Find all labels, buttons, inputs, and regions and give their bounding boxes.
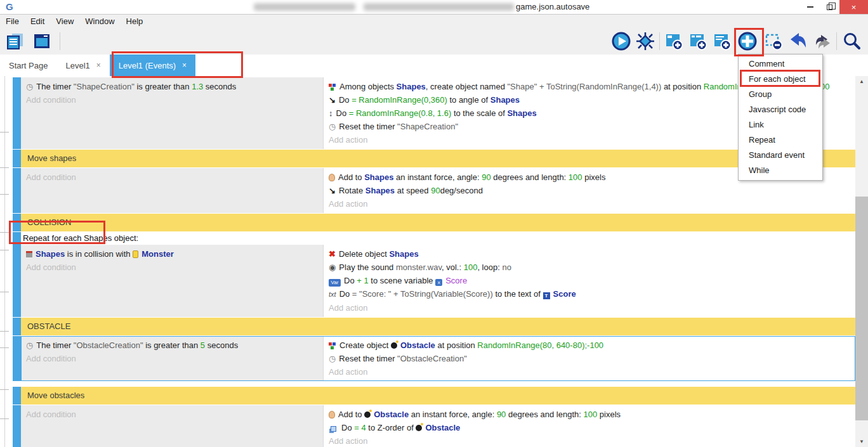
restore-button[interactable]	[820, 0, 839, 14]
scroll-up-arrow-icon[interactable]: ▲	[855, 76, 868, 87]
add-condition[interactable]: Add condition	[21, 408, 323, 421]
action-line[interactable]: Do = "Score: " + ToString(Variable(Score…	[324, 287, 855, 301]
tab-level1[interactable]: Level1×	[56, 55, 109, 76]
action-line[interactable]: Do + 1 to scene variable Score	[324, 274, 855, 287]
text-segment: seconds	[203, 82, 236, 91]
vertical-scrollbar[interactable]: ▲ ▼	[855, 76, 868, 447]
text-segment: to scene variable	[369, 276, 436, 285]
text-segment: Shapes	[397, 82, 426, 91]
event-block[interactable]: Add conditionAdd to Obstacle an instant …	[13, 405, 855, 447]
text-segment: = 4	[354, 423, 365, 432]
menu-item-comment[interactable]: Comment	[739, 56, 822, 72]
add-condition[interactable]: Add condition	[21, 352, 323, 365]
add-action[interactable]: Add action	[324, 301, 855, 314]
event-marker-bar	[13, 318, 21, 335]
action-line[interactable]: Reset the timer "ObstacleCreation"	[324, 352, 855, 365]
comment-row[interactable]: Move obstacles	[13, 387, 855, 405]
add-comment-button[interactable]	[712, 30, 732, 52]
add-condition[interactable]: Add condition	[21, 261, 323, 274]
text-segment: Delete object	[339, 249, 390, 259]
menu-view[interactable]: View	[50, 15, 79, 28]
deselect-event-button[interactable]	[763, 30, 784, 52]
condition-line[interactable]: Shapes is in collision with Monster	[21, 247, 323, 261]
cube-icon	[26, 251, 32, 257]
action-line[interactable]: Create object Obstacle at position Rando…	[324, 339, 855, 352]
event-row: Add conditionAdd to Obstacle an instant …	[21, 405, 855, 447]
add-sub-event-button[interactable]	[688, 30, 708, 52]
menu-help[interactable]: Help	[121, 15, 149, 28]
event-content: COLLISION	[21, 214, 855, 231]
minimize-button[interactable]	[801, 0, 820, 14]
event-block[interactable]: Add conditionAdd to Shapes an instant fo…	[13, 168, 855, 213]
undo-button[interactable]	[788, 30, 808, 52]
event-block[interactable]: The timer "ObstacleCreation" is greater …	[13, 336, 855, 381]
text-segment: Do	[344, 276, 357, 285]
condition-line[interactable]: The timer "ObstacleCreation" is greater …	[21, 339, 323, 352]
text-segment: "Shape" + ToString(RandomInRange(1,4))	[508, 82, 662, 91]
foreach-header[interactable]: Repeat for each Shapes object:	[21, 232, 855, 245]
menu-item-group[interactable]: Group	[739, 87, 822, 102]
action-line[interactable]: Add to Obstacle an instant force, angle:…	[324, 408, 855, 421]
scene-editor-icon	[32, 31, 52, 51]
menu-item-for-each-object[interactable]: For each object	[739, 72, 822, 87]
tab-label: Level1	[65, 61, 89, 70]
menu-item-standard-event[interactable]: Standard event	[739, 148, 822, 163]
menu-file[interactable]: File	[0, 15, 25, 28]
search-button[interactable]	[842, 30, 862, 52]
text-segment: Shapes	[365, 186, 395, 195]
deselect-event-icon	[763, 31, 784, 51]
menu-edit[interactable]: Edit	[25, 15, 50, 28]
add-event-context-menu: CommentFor each objectGroupJavascript co…	[738, 54, 823, 181]
sound-icon	[329, 261, 336, 274]
comment-row[interactable]: OBSTACLE	[13, 318, 855, 335]
add-special-event-button[interactable]	[737, 30, 758, 52]
redacted-title-text	[254, 3, 355, 11]
minimize-icon	[807, 6, 813, 8]
text-segment: to angle of	[447, 95, 490, 105]
scrollbar-thumb[interactable]	[855, 197, 868, 420]
add-comment-icon	[712, 31, 732, 51]
action-line[interactable]: Play the sound monster.wav, vol.: 100, l…	[324, 261, 855, 274]
tab-close-icon[interactable]: ×	[182, 61, 187, 70]
event-content: OBSTACLE	[21, 318, 855, 335]
events-sheet: The timer "ShapeCreation" is greater tha…	[0, 76, 855, 447]
add-condition[interactable]: Add condition	[21, 171, 323, 184]
menu-item-javascript-code[interactable]: Javascript code	[739, 102, 822, 117]
add-action[interactable]: Add action	[324, 197, 855, 211]
txt-icon	[329, 287, 336, 301]
tab-close-icon[interactable]: ×	[96, 61, 101, 70]
add-condition[interactable]: Add condition	[21, 93, 323, 107]
text-segment: "ObstacleCreation"	[74, 340, 143, 350]
event-row: Add conditionAdd to Shapes an instant fo…	[21, 168, 855, 213]
scroll-down-arrow-icon[interactable]: ▼	[855, 436, 868, 447]
close-button[interactable]: ×	[839, 0, 868, 14]
menu-item-link[interactable]: Link	[739, 117, 822, 133]
play-button[interactable]	[611, 30, 631, 52]
debug-button[interactable]	[635, 30, 655, 52]
project-manager-button[interactable]	[5, 30, 25, 52]
text-segment: 1.3	[192, 82, 203, 91]
action-line[interactable]: Delete object Shapes	[324, 247, 855, 261]
foreach-event-block[interactable]: Repeat for each Shapes object:Shapes is …	[13, 232, 855, 317]
event-block[interactable]: The timer "ShapeCreation" is greater tha…	[13, 77, 855, 149]
menu-item-repeat[interactable]: Repeat	[739, 133, 822, 148]
text-segment: "ShapeCreation"	[74, 82, 135, 91]
redacted-title-text	[364, 3, 514, 11]
add-standard-event-button[interactable]	[664, 30, 684, 52]
comment-row[interactable]: Move shapes	[13, 150, 855, 167]
scene-editor-button[interactable]	[32, 30, 52, 52]
menu-item-while[interactable]: While	[739, 163, 822, 178]
monster-icon	[133, 250, 138, 258]
menu-window[interactable]: Window	[79, 15, 120, 28]
action-line[interactable]: Rotate Shapes at speed 90deg/second	[324, 184, 855, 197]
tab-start-page[interactable]: Start Page	[0, 55, 56, 76]
redo-button[interactable]	[812, 30, 832, 52]
condition-line[interactable]: The timer "ShapeCreation" is greater tha…	[21, 80, 323, 93]
text-segment: to the scale of	[451, 108, 507, 118]
tab-level1-events-[interactable]: Level1 (Events)×	[110, 55, 195, 76]
add-action[interactable]: Add action	[324, 365, 855, 379]
add-action[interactable]: Add action	[324, 434, 855, 447]
search-icon	[842, 31, 862, 51]
comment-row[interactable]: COLLISION	[13, 214, 855, 231]
action-line[interactable]: Do = 4 to Z-order of Obstacle	[324, 421, 855, 434]
